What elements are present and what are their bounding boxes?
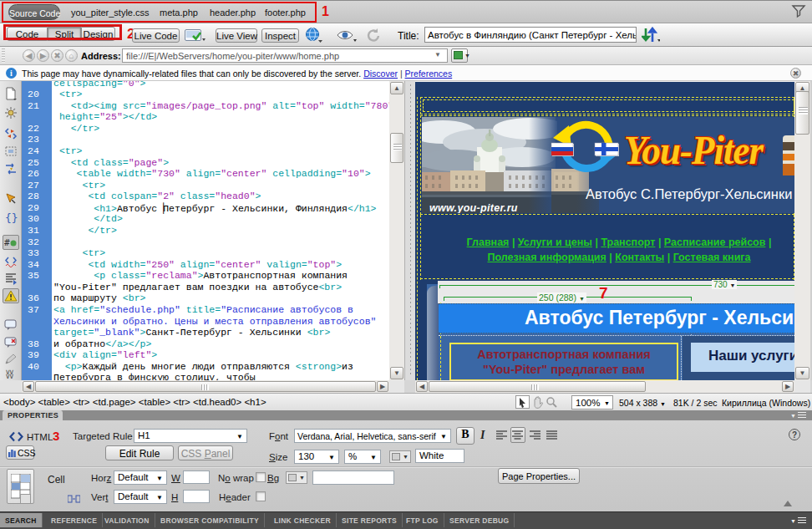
svg-text:#: # (4, 237, 10, 248)
svg-text:{}: {} (5, 211, 18, 224)
